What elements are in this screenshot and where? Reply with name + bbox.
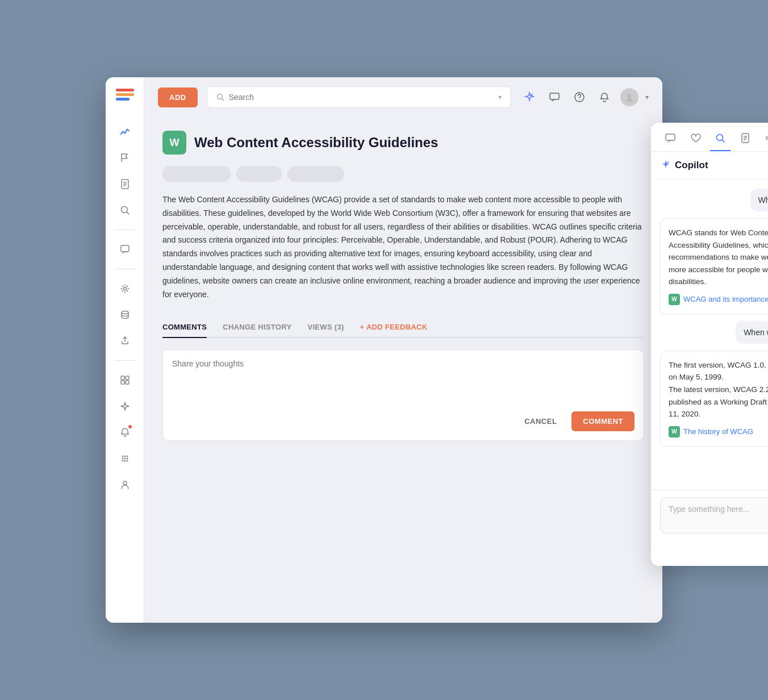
svg-point-26 [124, 460, 126, 462]
copilot-input[interactable]: Type something here... [660, 497, 768, 534]
svg-line-37 [723, 140, 725, 143]
copilot-input-placeholder: Type something here... [669, 505, 749, 514]
copilot-messages: What is WACG? WCAG stands for Web Conten… [651, 180, 768, 490]
copilot-tabs: × [651, 123, 768, 152]
svg-point-20 [124, 456, 126, 457]
sidebar-item-notification[interactable] [114, 421, 136, 444]
svg-point-27 [126, 460, 128, 462]
svg-point-21 [126, 456, 128, 457]
bell-icon[interactable] [595, 88, 613, 106]
source-link-1[interactable]: W WCAG and its importance [669, 294, 768, 306]
sidebar-divider-3 [115, 360, 135, 361]
svg-point-25 [122, 460, 123, 462]
svg-rect-31 [550, 93, 559, 99]
cancel-button[interactable]: CANCEL [516, 411, 565, 431]
svg-point-34 [628, 94, 632, 98]
svg-rect-12 [121, 245, 129, 252]
copilot-panel: × Copilot What is WACG? WCAG stands for … [651, 123, 768, 566]
svg-point-3 [122, 131, 123, 133]
sidebar-item-database[interactable] [114, 303, 136, 326]
tab-change-history[interactable]: CHANGE HISTORY [223, 317, 291, 337]
source-icon-1: W [669, 294, 680, 305]
doc-meta-pill-3 [287, 166, 344, 182]
doc-meta-row [162, 166, 644, 182]
svg-point-24 [126, 458, 128, 460]
svg-rect-17 [121, 381, 124, 384]
copilot-header: Copilot [651, 152, 768, 180]
svg-point-36 [717, 135, 723, 141]
svg-point-14 [122, 311, 128, 314]
svg-rect-18 [126, 381, 129, 384]
comment-textarea[interactable] [172, 359, 635, 405]
doc-meta-pill-1 [162, 166, 231, 182]
sidebar-nav [114, 120, 136, 611]
copilot-send-row: SEND [660, 539, 768, 559]
sidebar-item-comment[interactable] [114, 238, 136, 261]
app-logo[interactable] [116, 89, 134, 107]
sidebar-divider-2 [115, 269, 135, 269]
svg-point-4 [124, 132, 126, 134]
sidebar-item-search[interactable] [114, 199, 136, 222]
svg-rect-16 [126, 376, 129, 380]
svg-rect-0 [116, 89, 134, 91]
svg-rect-35 [666, 134, 675, 140]
copilot-tab-search[interactable] [710, 131, 731, 151]
source-link-2[interactable]: W The history of WCAG [669, 426, 768, 438]
search-dropdown-icon: ▾ [498, 93, 502, 101]
add-button[interactable]: ADD [158, 88, 198, 107]
document-area: W Web Content Accessibility Guidelines T… [144, 117, 662, 623]
copilot-tab-chat[interactable] [660, 131, 681, 151]
svg-line-30 [222, 99, 224, 101]
search-bar[interactable]: ▾ [207, 86, 511, 108]
bot-message-2: The first version, WCAG 1.0, was created… [660, 351, 768, 447]
copilot-tab-heart[interactable] [685, 131, 706, 151]
sidebar-item-flag[interactable] [114, 147, 136, 169]
tab-comments[interactable]: COMMENTS [162, 317, 207, 337]
user-avatar[interactable] [620, 88, 638, 106]
doc-body: The Web Content Accessibility Guidelines… [162, 193, 644, 301]
copilot-input-area: Type something here... SEND [651, 490, 768, 566]
sidebar-item-document[interactable] [114, 173, 136, 195]
comment-box: CANCEL COMMENT [162, 349, 644, 441]
copilot-title: Copilot [675, 160, 708, 171]
sidebar-item-grid[interactable] [114, 369, 136, 391]
copilot-tab-announce[interactable] [760, 131, 768, 151]
svg-rect-1 [116, 93, 134, 96]
ai-icon[interactable] [520, 88, 539, 106]
user-message-2: When was it created [736, 321, 768, 344]
sidebar-item-sparkle[interactable] [114, 395, 136, 418]
svg-point-19 [122, 456, 123, 457]
svg-point-22 [122, 458, 123, 460]
search-input[interactable] [229, 93, 494, 102]
user-message-1: What is WACG? [750, 189, 768, 211]
copilot-tab-doc[interactable] [735, 131, 756, 151]
sidebar-item-settings[interactable] [114, 277, 136, 300]
avatar-chevron: ▾ [645, 93, 649, 101]
tab-add-feedback[interactable]: + ADD FEEDBACK [360, 317, 428, 337]
bot-message-1: WCAG stands for Web Content Accessibilit… [660, 218, 768, 314]
doc-icon: W [162, 131, 186, 155]
comment-button[interactable]: COMMENT [571, 411, 635, 431]
doc-title-row: W Web Content Accessibility Guidelines [162, 131, 644, 155]
svg-point-33 [579, 99, 580, 101]
sidebar-item-user[interactable] [114, 473, 136, 496]
sidebar-item-apps[interactable] [114, 447, 136, 470]
source-icon-2: W [669, 426, 680, 438]
svg-point-10 [121, 207, 127, 213]
tab-views[interactable]: VIEWS (3) [307, 317, 344, 337]
chat-icon[interactable] [545, 88, 564, 106]
app-window: ADD ▾ [106, 77, 662, 623]
header: ADD ▾ [144, 77, 662, 117]
svg-point-13 [123, 288, 126, 290]
svg-point-28 [123, 481, 127, 485]
help-icon[interactable] [570, 88, 588, 106]
main-content: ADD ▾ [144, 77, 662, 623]
doc-title: Web Content Accessibility Guidelines [194, 135, 438, 151]
svg-point-23 [124, 458, 126, 460]
sidebar-item-analytics[interactable] [114, 120, 136, 143]
svg-rect-15 [121, 376, 124, 380]
sidebar [106, 77, 144, 623]
svg-point-5 [126, 129, 128, 131]
sidebar-item-export[interactable] [114, 330, 136, 352]
search-icon [216, 93, 224, 101]
